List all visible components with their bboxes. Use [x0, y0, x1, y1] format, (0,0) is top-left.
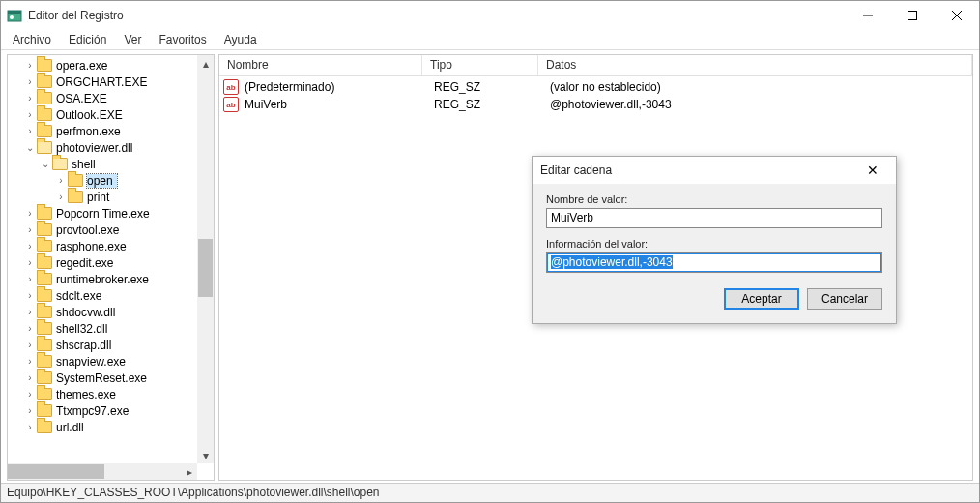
folder-icon	[37, 388, 52, 400]
tree-item[interactable]: ›opera.exe	[8, 57, 214, 74]
dialog-body: Nombre de valor: MuiVerb Información del…	[533, 184, 896, 288]
tree-item[interactable]: ›shdocvw.dll	[8, 304, 214, 320]
chevron-down-icon[interactable]: ⌄	[39, 159, 52, 169]
col-header-name[interactable]: Nombre	[219, 55, 422, 75]
folder-icon	[37, 223, 52, 236]
list-row[interactable]: ab(Predeterminado)REG_SZ(valor no establ…	[219, 78, 972, 96]
statusbar: Equipo\HKEY_CLASSES_ROOT\Applications\ph…	[1, 483, 979, 502]
tree-item[interactable]: ›OSA.EXE	[8, 90, 214, 106]
tree-item-label: shell	[72, 158, 100, 171]
chevron-right-icon[interactable]: ›	[23, 372, 37, 383]
folder-icon	[52, 158, 68, 170]
chevron-right-icon[interactable]: ›	[23, 307, 37, 317]
tree-item[interactable]: ›print	[8, 189, 214, 205]
chevron-right-icon[interactable]: ›	[23, 257, 37, 268]
value-data-input[interactable]: @photoviewer.dll,-3043	[546, 252, 882, 273]
titlebar[interactable]: Editor del Registro	[1, 1, 979, 30]
col-header-data[interactable]: Datos	[538, 55, 972, 75]
tree-item[interactable]: ⌄photoviewer.dll	[8, 139, 214, 156]
chevron-down-icon[interactable]: ⌄	[23, 142, 37, 153]
tree-item[interactable]: ›Outlook.EXE	[8, 106, 214, 123]
string-value-icon: ab	[223, 79, 239, 95]
chevron-right-icon[interactable]: ›	[23, 290, 37, 301]
menu-view[interactable]: Ver	[116, 31, 149, 48]
tree-item[interactable]: ›regedit.exe	[8, 254, 214, 271]
chevron-right-icon[interactable]: ›	[23, 93, 37, 104]
tree-scroll[interactable]: ›opera.exe›ORGCHART.EXE›OSA.EXE›Outlook.…	[8, 55, 214, 480]
value-name: (Predeterminado)	[243, 80, 426, 94]
menu-edit[interactable]: Edición	[61, 31, 114, 48]
folder-icon	[37, 371, 52, 384]
tree-item-label: OSA.EXE	[56, 92, 111, 105]
menu-file[interactable]: Archivo	[5, 31, 59, 48]
col-header-type[interactable]: Tipo	[422, 55, 538, 75]
tree-item-label: SystemReset.exe	[56, 371, 151, 385]
menu-favorites[interactable]: Favoritos	[151, 31, 214, 48]
folder-icon	[37, 355, 52, 368]
tree-item-label: ORGCHART.EXE	[56, 75, 151, 89]
tree-item[interactable]: ›sdclt.exe	[8, 287, 214, 304]
chevron-right-icon[interactable]: ›	[23, 422, 37, 432]
svg-point-2	[10, 15, 14, 19]
chevron-right-icon[interactable]: ›	[23, 356, 37, 367]
value-name-label: Nombre de valor:	[546, 193, 882, 205]
tree-item[interactable]: ›Popcorn Time.exe	[8, 205, 214, 222]
tree-item[interactable]: ›shscrap.dll	[8, 337, 214, 353]
tree-item[interactable]: ›rasphone.exe	[8, 238, 214, 254]
chevron-right-icon[interactable]: ›	[23, 126, 37, 136]
tree-item[interactable]: ›perfmon.exe	[8, 123, 214, 139]
folder-icon	[37, 404, 52, 417]
close-button[interactable]	[935, 1, 979, 30]
tree-item[interactable]: ›Ttxmpc97.exe	[8, 402, 214, 419]
scroll-down-icon[interactable]: ▾	[197, 447, 214, 463]
tree-item-label: photoviewer.dll	[56, 141, 136, 155]
chevron-right-icon[interactable]: ›	[23, 60, 37, 71]
chevron-right-icon[interactable]: ›	[23, 76, 37, 87]
tree-item[interactable]: ›snapview.exe	[8, 353, 214, 370]
tree-item[interactable]: ›runtimebroker.exe	[8, 271, 214, 287]
menu-help[interactable]: Ayuda	[216, 31, 265, 48]
list-row[interactable]: abMuiVerbREG_SZ@photoviewer.dll,-3043	[219, 96, 972, 113]
folder-icon	[68, 174, 83, 187]
scroll-up-icon[interactable]: ▴	[197, 55, 214, 72]
tree-item[interactable]: ›shell32.dll	[8, 320, 214, 337]
chevron-right-icon[interactable]: ›	[23, 208, 37, 219]
tree-item-label: print	[87, 191, 113, 204]
value-data: @photoviewer.dll,-3043	[542, 98, 972, 111]
list-header: Nombre Tipo Datos	[219, 55, 972, 76]
scroll-thumb[interactable]	[198, 239, 213, 297]
dialog-close-button[interactable]: ✕	[857, 157, 888, 184]
scroll-thumb[interactable]	[8, 464, 104, 479]
tree-item[interactable]: ›themes.exe	[8, 386, 214, 402]
chevron-right-icon[interactable]: ›	[54, 192, 68, 202]
chevron-right-icon[interactable]: ›	[23, 389, 37, 399]
maximize-button[interactable]	[890, 1, 935, 30]
scroll-right-icon[interactable]: ▸	[181, 463, 197, 480]
folder-icon	[37, 125, 52, 137]
tree-item[interactable]: ⌄shell	[8, 156, 214, 172]
tree-item[interactable]: ›provtool.exe	[8, 222, 214, 238]
tree-scrollbar-horizontal[interactable]: ◂ ▸	[8, 463, 197, 480]
tree-item-label: url.dll	[56, 421, 88, 434]
chevron-right-icon[interactable]: ›	[23, 323, 37, 334]
tree-item[interactable]: ›SystemReset.exe	[8, 370, 214, 386]
tree-item-label: open	[87, 174, 117, 188]
chevron-right-icon[interactable]: ›	[23, 241, 37, 252]
tree-item[interactable]: ›url.dll	[8, 419, 214, 435]
chevron-right-icon[interactable]: ›	[23, 340, 37, 350]
minimize-button[interactable]	[846, 1, 890, 30]
chevron-right-icon[interactable]: ›	[23, 405, 37, 416]
ok-button[interactable]: Aceptar	[724, 288, 799, 310]
folder-icon	[37, 421, 52, 433]
dialog-titlebar[interactable]: Editar cadena ✕	[533, 157, 896, 184]
chevron-right-icon[interactable]: ›	[23, 274, 37, 284]
value-name-input[interactable]: MuiVerb	[546, 208, 882, 228]
chevron-right-icon[interactable]: ›	[23, 224, 37, 235]
chevron-right-icon[interactable]: ›	[23, 109, 37, 120]
cancel-button[interactable]: Cancelar	[807, 288, 882, 310]
tree-item[interactable]: ›open	[8, 172, 214, 189]
chevron-right-icon[interactable]: ›	[54, 175, 68, 186]
value-type: REG_SZ	[426, 80, 542, 94]
tree-item[interactable]: ›ORGCHART.EXE	[8, 74, 214, 90]
tree-scrollbar-vertical[interactable]: ▴ ▾	[197, 55, 214, 463]
